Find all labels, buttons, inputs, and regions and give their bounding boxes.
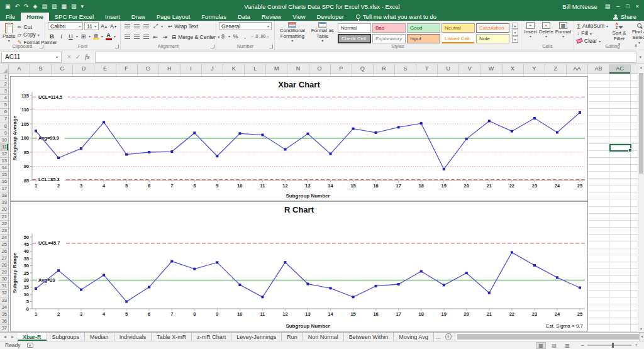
column-header-b[interactable]: B [30, 64, 52, 74]
ribbon-tab-home[interactable]: Home [21, 13, 48, 21]
gallery-down-icon[interactable]: ▼ [512, 30, 518, 36]
data-point[interactable] [488, 120, 491, 123]
cancel-icon[interactable]: × [67, 53, 71, 60]
row-header-37[interactable]: 37 [0, 325, 8, 332]
export-icon[interactable]: ▥ [52, 3, 57, 9]
column-header-g[interactable]: G [138, 64, 159, 74]
data-point[interactable] [216, 261, 218, 263]
sheet-tab-subgroups[interactable]: Subgroups [47, 333, 86, 341]
data-point[interactable] [57, 269, 60, 272]
data-point[interactable] [533, 264, 536, 267]
row-header-26[interactable]: 26 [0, 248, 8, 255]
row-header-23[interactable]: 23 [0, 228, 8, 235]
column-header-ac[interactable]: AC [609, 64, 631, 74]
sheet-tabs-overflow[interactable]: ... [434, 333, 443, 341]
cell-style-note[interactable]: Note [476, 34, 509, 43]
borders-button[interactable]: ⊞ [79, 32, 87, 40]
cell-style-linked-cell[interactable]: Linked Cell [441, 34, 475, 43]
fill-button[interactable]: ↓Fill▾ [577, 30, 608, 36]
row-header-30[interactable]: 30 [0, 276, 8, 283]
orientation-button[interactable]: ⤢ [152, 22, 160, 30]
sort-filter-button[interactable]: AZ Sort & Filter ▾ [610, 22, 628, 43]
zoom-in-button[interactable]: + [635, 342, 638, 348]
align-bottom-icon[interactable] [142, 22, 150, 30]
row-header-31[interactable]: 31 [0, 283, 8, 290]
collapse-ribbon-button[interactable]: ∧ [634, 43, 638, 48]
font-name-select[interactable]: Calibri▾ [48, 22, 83, 30]
sheet-nav-right-icon[interactable]: ▸ [11, 334, 14, 340]
row-header-10[interactable]: 10 [0, 137, 8, 144]
column-header-m[interactable]: M [266, 64, 287, 74]
ribbon-tab-developer[interactable]: Developer [311, 13, 350, 21]
data-point[interactable] [330, 153, 332, 155]
data-point[interactable] [307, 283, 309, 285]
format-cells-button[interactable]: ▦ Format ▾ [555, 22, 571, 43]
scrollbar-splitter[interactable]: ◂ [639, 333, 644, 341]
qat-more-icon[interactable]: ▾ [81, 3, 84, 9]
data-point[interactable] [465, 138, 468, 140]
row-header-15[interactable]: 15 [0, 172, 8, 179]
ribbon-tab-insert[interactable]: Insert [99, 13, 126, 21]
column-header-x[interactable]: X [502, 64, 524, 74]
redo-icon[interactable]: ↷ [24, 3, 29, 9]
ribbon-tab-draw[interactable]: Draw [126, 13, 151, 21]
row-header-11[interactable]: 11 [0, 144, 8, 151]
name-box[interactable]: AC11▾ [1, 52, 62, 63]
horizontal-scrollbar[interactable]: ◂ [455, 333, 644, 341]
data-point[interactable] [375, 285, 377, 287]
column-header-o[interactable]: O [309, 64, 331, 74]
conditional-formatting-button[interactable]: Conditional Formatting ▾ [277, 22, 308, 43]
sheet-tab-moving-avg[interactable]: Moving Avg [394, 333, 433, 341]
column-header-ab[interactable]: AB [588, 64, 609, 74]
decrease-decimal-button[interactable]: .00→ [260, 32, 270, 40]
scroll-down-icon[interactable]: ▼ [638, 327, 644, 331]
cell-style-bad[interactable]: Bad [372, 23, 406, 33]
cell-style-input[interactable]: Input [407, 34, 440, 43]
align-left-icon[interactable] [123, 33, 131, 41]
data-point[interactable] [148, 151, 150, 153]
row-header-25[interactable]: 25 [0, 241, 8, 248]
column-header-aa[interactable]: AA [567, 64, 588, 74]
font-dialog-launcher[interactable] [115, 45, 119, 48]
number-dialog-launcher[interactable] [269, 45, 273, 48]
column-header-h[interactable]: H [159, 64, 180, 74]
row-header-27[interactable]: 27 [0, 255, 8, 262]
r-chart[interactable]: R Chart051015202530354045501234567891011… [10, 201, 588, 331]
column-header-z[interactable]: Z [545, 64, 567, 74]
data-point[interactable] [103, 121, 105, 123]
data-point[interactable] [35, 130, 37, 132]
minimize-button[interactable]: – [616, 3, 619, 9]
row-header-19[interactable]: 19 [0, 199, 8, 206]
column-header-f[interactable]: F [116, 64, 138, 74]
data-point[interactable] [125, 301, 128, 303]
column-header-k[interactable]: K [223, 64, 245, 74]
column-header-e[interactable]: E [94, 64, 116, 74]
row-header-29[interactable]: 29 [0, 269, 8, 276]
row-header-12[interactable]: 12 [0, 151, 8, 158]
zoom-slider-thumb[interactable] [612, 343, 614, 348]
column-header-l[interactable]: L [245, 64, 266, 74]
zoom-out-button[interactable]: − [581, 342, 584, 348]
enter-icon[interactable]: ✓ [75, 53, 80, 60]
row-header-6[interactable]: 6 [0, 109, 8, 116]
merge-center-button[interactable]: ⊟Merge & Center▾ [172, 33, 219, 40]
data-point[interactable] [57, 157, 60, 159]
data-point[interactable] [80, 289, 82, 291]
column-header-c[interactable]: C [52, 64, 73, 74]
selected-cell[interactable] [609, 144, 631, 152]
sheet-tab-individuals[interactable]: Individuals [114, 333, 152, 341]
column-header-d[interactable]: D [73, 64, 94, 74]
row-header-4[interactable]: 4 [0, 95, 8, 102]
data-point[interactable] [103, 274, 105, 276]
vertical-scroll-thumb[interactable] [639, 73, 643, 174]
macro-record-icon[interactable] [27, 343, 33, 348]
align-top-icon[interactable] [123, 22, 131, 30]
row-header-24[interactable]: 24 [0, 235, 8, 241]
scroll-up-icon[interactable]: ▲ [638, 65, 644, 69]
data-point[interactable] [465, 272, 468, 274]
data-point[interactable] [307, 133, 309, 135]
percent-button[interactable]: % [231, 32, 240, 40]
column-header-v[interactable]: V [459, 64, 480, 74]
italic-button[interactable]: I [57, 32, 65, 40]
cell-style-explanatory[interactable]: Explanatory ... [372, 34, 406, 43]
